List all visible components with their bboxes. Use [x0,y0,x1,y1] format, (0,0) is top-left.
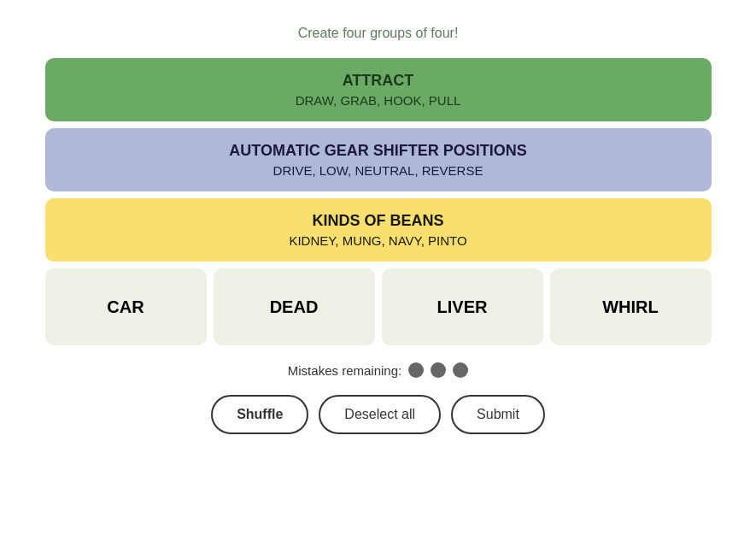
shuffle-button[interactable]: Shuffle [211,395,308,434]
word-tile-car[interactable]: CAR [45,268,207,345]
buttons-row: Shuffle Deselect all Submit [211,395,545,434]
group-card-blue: AUTOMATIC GEAR SHIFTER POSITIONSDRIVE, L… [45,128,712,191]
deselect-all-button[interactable]: Deselect all [319,395,441,434]
mistakes-label: Mistakes remaining: [288,363,401,378]
group-card-yellow: KINDS OF BEANSKIDNEY, MUNG, NAVY, PINTO [45,198,712,262]
group-title-green: ATTRACT [62,72,694,90]
group-members-green: DRAW, GRAB, HOOK, PULL [62,93,694,108]
word-tile-dead[interactable]: DEAD [214,268,375,345]
word-tile-liver[interactable]: LIVER [382,268,543,345]
mistake-dot-3 [453,362,468,378]
mistakes-row: Mistakes remaining: [288,362,468,378]
groups-container: ATTRACTDRAW, GRAB, HOOK, PULLAUTOMATIC G… [45,58,712,262]
group-members-blue: DRIVE, LOW, NEUTRAL, REVERSE [62,163,694,178]
submit-button[interactable]: Submit [451,395,545,434]
group-members-yellow: KIDNEY, MUNG, NAVY, PINTO [62,233,694,248]
mistake-dot-1 [408,362,424,378]
group-title-yellow: KINDS OF BEANS [62,212,694,230]
word-tiles-grid: CARDEADLIVERWHIRL [45,268,712,345]
group-card-green: ATTRACTDRAW, GRAB, HOOK, PULL [45,58,712,121]
subtitle: Create four groups of four! [298,26,459,41]
word-tile-whirl[interactable]: WHIRL [550,268,712,345]
mistake-dot-2 [431,362,446,378]
group-title-blue: AUTOMATIC GEAR SHIFTER POSITIONS [62,142,694,160]
